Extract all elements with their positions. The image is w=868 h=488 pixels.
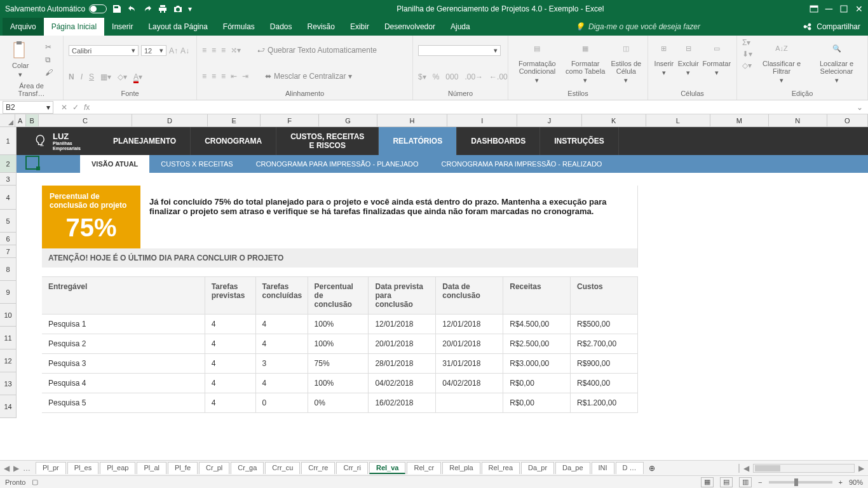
select-all-corner[interactable] xyxy=(0,114,15,126)
nav2-2[interactable]: CRONOGRAMA PARA IMPRESSÃO - PLANEJADO xyxy=(245,155,430,173)
align-right-icon[interactable]: ≡ xyxy=(221,72,226,81)
format-cells-button[interactable]: ▭Formatar▾ xyxy=(702,38,731,88)
macro-record-icon[interactable]: ▢ xyxy=(32,478,38,486)
row-header-11[interactable]: 11 xyxy=(0,327,17,349)
increase-decimal-icon[interactable]: .00→ xyxy=(465,72,483,81)
menu-inserir[interactable]: Inserir xyxy=(104,18,140,36)
formula-expand-icon[interactable]: ⌄ xyxy=(851,103,868,112)
col-header-I[interactable]: I xyxy=(447,114,517,126)
close-icon[interactable]: ✕ xyxy=(855,4,863,14)
formula-input[interactable] xyxy=(95,103,851,112)
sheet-next-icon[interactable]: ▶ xyxy=(13,464,19,473)
sheet-tab-Pl_pr[interactable]: Pl_pr xyxy=(36,462,66,474)
grid[interactable]: ABCDEFGHIJKLMNO 1234567891011121314 LUZP… xyxy=(0,114,868,460)
col-header-H[interactable]: H xyxy=(377,114,447,126)
decrease-decimal-icon[interactable]: ←.00 xyxy=(489,72,508,81)
decrease-font-icon[interactable]: A↓ xyxy=(180,46,189,55)
sheet-tab-Pl_eap[interactable]: Pl_eap xyxy=(100,462,135,474)
cell[interactable]: 4 xyxy=(205,374,255,393)
nav1-custos[interactable]: CUSTOS, RECEITAS E RISCOS xyxy=(276,127,379,155)
col-header-L[interactable]: L xyxy=(646,114,710,126)
orientation-icon[interactable]: ⤭▾ xyxy=(231,46,241,55)
row-header-7[interactable]: 7 xyxy=(0,245,17,258)
row-header-14[interactable]: 14 xyxy=(0,395,17,418)
menu-página-inicial[interactable]: Página Inicial xyxy=(44,18,104,36)
menu-ajuda[interactable]: Ajuda xyxy=(443,18,478,36)
print-icon[interactable] xyxy=(158,4,168,14)
increase-font-icon[interactable]: A↑ xyxy=(169,46,178,55)
row-header-10[interactable]: 10 xyxy=(0,304,17,327)
col-header-F[interactable]: F xyxy=(261,114,319,126)
row-header-9[interactable]: 9 xyxy=(0,281,17,304)
row-header-6[interactable]: 6 xyxy=(0,233,17,245)
menu-desenvolvedor[interactable]: Desenvolvedor xyxy=(377,18,443,36)
sheet-tab-Da_pr[interactable]: Da_pr xyxy=(521,462,554,474)
col-header-M[interactable]: M xyxy=(710,114,769,126)
cell[interactable]: 100% xyxy=(308,315,369,334)
percent-icon[interactable]: % xyxy=(433,72,440,81)
nav2-0[interactable]: VISÃO ATUAL xyxy=(80,155,149,173)
cell[interactable] xyxy=(435,393,503,412)
cell[interactable]: Pesquisa 2 xyxy=(42,334,205,353)
cell[interactable]: R$500,00 xyxy=(570,315,637,334)
cell[interactable]: 3 xyxy=(255,354,308,373)
format-painter-icon[interactable]: 🖌 xyxy=(45,68,53,77)
row-header-13[interactable]: 13 xyxy=(0,372,17,395)
cell[interactable]: 4 xyxy=(255,374,308,393)
col-header-E[interactable]: E xyxy=(208,114,261,126)
cell[interactable]: R$0,00 xyxy=(503,393,570,412)
save-icon[interactable] xyxy=(112,4,122,14)
cell[interactable]: 100% xyxy=(308,334,369,353)
cell[interactable]: R$2.700,00 xyxy=(570,334,637,353)
menu-fórmulas[interactable]: Fórmulas xyxy=(215,18,262,36)
sheet-tab-INI[interactable]: INI xyxy=(592,462,614,474)
col-header-J[interactable]: J xyxy=(517,114,581,126)
italic-button[interactable]: I xyxy=(81,72,83,81)
indent-inc-icon[interactable]: ⇥ xyxy=(242,72,248,81)
cell[interactable]: Pesquisa 3 xyxy=(42,354,205,373)
horizontal-scrollbar[interactable] xyxy=(753,464,855,473)
sheet-tab-Crr_re[interactable]: Crr_re xyxy=(301,462,335,474)
col-header-O[interactable]: O xyxy=(827,114,868,126)
col-header-D[interactable]: D xyxy=(132,114,208,126)
sheet-more-icon[interactable]: … xyxy=(23,464,31,473)
cell[interactable]: 12/01/2018 xyxy=(435,315,503,334)
share-button[interactable]: Compartilhar xyxy=(817,22,860,31)
cell[interactable]: 28/01/2018 xyxy=(368,354,435,373)
cell[interactable]: R$400,00 xyxy=(570,374,637,393)
row-header-5[interactable]: 5 xyxy=(0,210,17,233)
number-format-select[interactable]: ▾ xyxy=(418,45,501,56)
bold-button[interactable]: N xyxy=(69,72,74,81)
row-header-2[interactable]: 2 xyxy=(0,155,17,173)
paste-button[interactable]: Colar ▾ xyxy=(10,40,31,79)
autosum-icon[interactable]: Σ▾ xyxy=(742,38,752,47)
cell[interactable]: R$1.200,00 xyxy=(570,393,637,412)
clear-icon[interactable]: ◇▾ xyxy=(742,61,752,70)
cell[interactable]: 4 xyxy=(205,393,255,412)
font-color-icon[interactable]: A▾ xyxy=(133,72,142,81)
nav1-instruções[interactable]: INSTRUÇÕES xyxy=(540,127,619,155)
find-select-button[interactable]: 🔍Localizar e Selecionar▾ xyxy=(811,38,862,88)
sheet-tab-Pl_al[interactable]: Pl_al xyxy=(137,462,166,474)
cancel-icon[interactable]: ✕ xyxy=(61,103,67,112)
cell[interactable]: 20/01/2018 xyxy=(368,334,435,353)
cell[interactable]: 75% xyxy=(308,354,369,373)
cell[interactable]: 4 xyxy=(255,334,308,353)
cell-styles-button[interactable]: ◫Estilos de Célula▾ xyxy=(610,38,642,88)
sheet-tab-Crr_cu[interactable]: Crr_cu xyxy=(265,462,300,474)
sheet-tab-Rel_va[interactable]: Rel_va xyxy=(369,462,405,474)
zoom-slider[interactable] xyxy=(769,481,832,484)
new-sheet-icon[interactable]: ⊕ xyxy=(649,464,655,473)
nav2-3[interactable]: CRONOGRAMA PARA IMPRESSÃO - REALIZADO xyxy=(430,155,614,173)
font-name[interactable]: Calibri▾ xyxy=(69,45,139,56)
menu-arquivo[interactable]: Arquivo xyxy=(3,18,44,36)
sheet-tab-Da_pe[interactable]: Da_pe xyxy=(555,462,590,474)
name-box[interactable]: B2▾ xyxy=(3,101,53,114)
wrap-text-button[interactable]: ⮐Quebrar Texto Automaticamente xyxy=(257,46,377,55)
underline-button[interactable]: S xyxy=(89,72,94,81)
format-table-button[interactable]: ▦Formatar como Tabela▾ xyxy=(564,38,607,88)
cell[interactable]: Pesquisa 5 xyxy=(42,393,205,412)
hscroll-left-icon[interactable]: ◀ xyxy=(743,464,749,473)
nav1-planejamento[interactable]: PLANEJAMENTO xyxy=(99,127,191,155)
redo-icon[interactable] xyxy=(142,4,153,14)
